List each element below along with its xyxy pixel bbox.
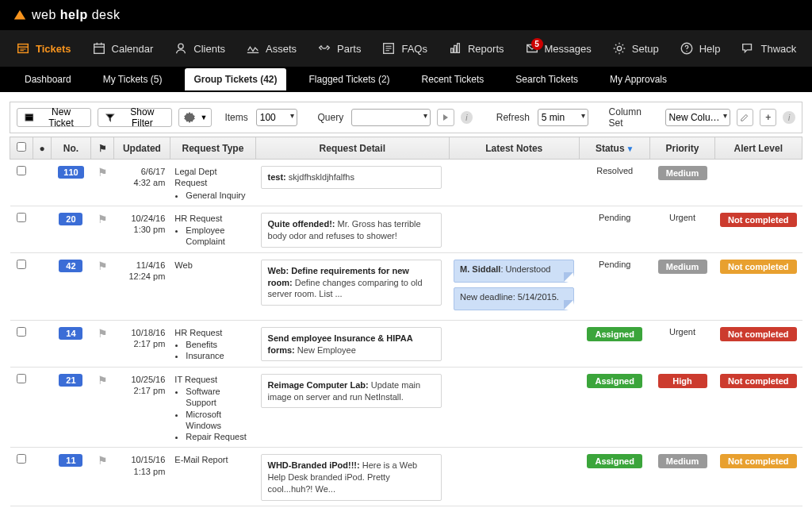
column-header[interactable]: Request Type (170, 137, 255, 160)
table-body: 110⚑6/6/174:32 amLegal Dept RequestGener… (10, 160, 802, 509)
row-checkbox[interactable] (17, 260, 26, 269)
column-header[interactable]: ● (33, 137, 52, 160)
new-ticket-button[interactable]: New Ticket (17, 108, 91, 127)
column-header[interactable]: Alert Level (714, 137, 802, 160)
flag-icon[interactable]: ⚑ (98, 260, 108, 272)
note[interactable]: New deadline: 5/14/2015. (454, 287, 574, 310)
ticket-number[interactable]: 11 (59, 454, 82, 467)
nav-reports[interactable]: Reports (439, 37, 514, 60)
subnav-item[interactable]: Recent Tickets (413, 68, 493, 90)
nav-label: Calendar (112, 43, 154, 55)
ticket-number[interactable]: 110 (58, 166, 83, 179)
request-detail[interactable]: Send employee Insurance & HIPAA forms: N… (261, 327, 442, 362)
column-header[interactable]: Request Detail (256, 137, 450, 160)
nav-calendar[interactable]: Calendar (82, 37, 163, 60)
ticket-number[interactable]: 42 (59, 260, 82, 272)
flag-icon[interactable]: ⚑ (98, 213, 108, 225)
settings-gear-button[interactable]: ▼ (178, 108, 212, 127)
nav-messages[interactable]: Messages5 (515, 37, 601, 60)
sub-nav: DashboardMy Tickets (5)Group Tickets (42… (0, 67, 812, 92)
svg-rect-16 (458, 44, 460, 53)
priority-pill: Medium (658, 166, 707, 180)
column-edit-button[interactable] (737, 109, 753, 126)
row-checkbox[interactable] (17, 327, 26, 337)
row-checkbox[interactable] (17, 374, 26, 383)
table-row[interactable]: 21⚑10/25/162:17 pmIT RequestSoftware Sup… (10, 367, 802, 448)
request-subtype: Insurance (186, 350, 251, 361)
table-row[interactable]: 20⚑10/24/161:30 pmHR RequestEmployee Com… (10, 206, 802, 252)
subnav-item[interactable]: My Approvals (601, 68, 676, 90)
nav-setup[interactable]: Setup (603, 37, 668, 60)
nav-label: Messages (545, 43, 592, 55)
dot-header-icon: ● (39, 143, 44, 154)
alert-pill: Not completed (720, 260, 796, 274)
note[interactable]: M. Siddall: Understood (454, 260, 574, 283)
svg-rect-0 (18, 44, 29, 53)
brand-bar: web help desk (0, 0, 812, 30)
row-checkbox[interactable] (17, 213, 26, 222)
status-text: Resolved (596, 166, 633, 175)
status-text: Pending (599, 260, 630, 269)
column-set-select[interactable]: New Colu… (665, 109, 730, 126)
ticket-number[interactable]: 21 (59, 374, 82, 387)
column-header[interactable]: Status▼ (579, 137, 649, 160)
column-header[interactable]: Updated (114, 137, 170, 160)
column-header[interactable]: ⚑ (90, 137, 113, 160)
request-subtype: Benefits (186, 339, 251, 350)
table-row[interactable]: 14⚑10/18/162:17 pmHR RequestBenefitsInsu… (10, 320, 802, 367)
request-subtype: Microsoft Windows (186, 409, 251, 432)
subnav-item[interactable]: Dashboard (16, 68, 80, 90)
request-detail[interactable]: Reimage Computer Lab: Update main image … (261, 374, 442, 409)
column-add-button[interactable]: + (760, 109, 776, 126)
flag-icon[interactable]: ⚑ (98, 454, 108, 467)
subnav-item[interactable]: Search Tickets (507, 68, 587, 90)
svg-rect-20 (25, 114, 33, 121)
flag-icon[interactable]: ⚑ (98, 166, 108, 179)
query-select[interactable] (351, 109, 431, 126)
nav-assets[interactable]: Assets (236, 37, 306, 60)
refresh-select[interactable]: 5 min (538, 109, 588, 126)
select-all-checkbox[interactable] (17, 142, 26, 152)
brand-name: web help desk (32, 8, 120, 22)
ticket-number[interactable]: 20 (59, 213, 82, 225)
table-header-row: ●No.⚑UpdatedRequest TypeRequest DetailLa… (10, 137, 802, 160)
nav-faqs[interactable]: FAQs (372, 37, 437, 60)
subnav-item[interactable]: My Tickets (5) (94, 68, 171, 90)
column-header[interactable]: No. (52, 137, 91, 160)
row-checkbox[interactable] (17, 454, 26, 464)
request-detail[interactable]: Quite offended!: Mr. Gross has terrible … (261, 213, 442, 248)
nav-parts[interactable]: Parts (308, 37, 370, 60)
table-row[interactable]: 110⚑6/6/174:32 amLegal Dept RequestGener… (10, 160, 802, 206)
updated-cell: 11/4/1612:24 pm (114, 252, 170, 320)
flag-icon[interactable]: ⚑ (98, 327, 108, 340)
nav-clients[interactable]: Clients (164, 37, 235, 60)
column-header[interactable]: Latest Notes (449, 137, 579, 160)
tickets-icon (16, 41, 30, 56)
ticket-number[interactable]: 14 (59, 327, 82, 340)
row-checkbox[interactable] (17, 166, 26, 175)
show-filter-button[interactable]: Show Filter (98, 108, 173, 127)
faqs-icon (381, 41, 396, 56)
request-detail[interactable]: Web: Define requirements for new room: D… (261, 260, 442, 306)
request-detail[interactable]: test: skjdfhskldjhfalfhs (261, 166, 442, 189)
subnav-item[interactable]: Flagged Tickets (2) (301, 68, 399, 90)
subnav-item[interactable]: Group Tickets (42) (185, 68, 285, 90)
notes-cell (449, 320, 579, 367)
column-header[interactable] (10, 137, 33, 160)
updated-cell: 10/15/161:13 pm (114, 448, 170, 506)
flag-icon[interactable]: ⚑ (98, 374, 108, 387)
request-detail[interactable]: WHD-Branded iPod!!!: Here is a Web Help … (261, 454, 442, 501)
table-row[interactable]: 11⚑10/15/161:13 pmE-Mail ReportWHD-Brand… (10, 448, 802, 506)
table-row[interactable]: 42⚑11/4/1612:24 pmWebWeb: Define require… (10, 252, 802, 320)
updated-cell: 10/25/162:17 pm (114, 367, 170, 448)
query-run-button[interactable] (437, 109, 454, 126)
assets-icon (246, 41, 260, 56)
request-type-cell: HR RequestEmployee Complaint (170, 206, 255, 252)
nav-thwack[interactable]: Thwack (731, 37, 806, 60)
nav-tickets[interactable]: Tickets (6, 37, 81, 60)
nav-help[interactable]: Help (670, 37, 730, 60)
svg-rect-15 (454, 45, 457, 52)
column-header[interactable]: Priority (650, 137, 714, 160)
items-select[interactable]: 100 (256, 109, 297, 126)
clients-icon (174, 41, 188, 56)
